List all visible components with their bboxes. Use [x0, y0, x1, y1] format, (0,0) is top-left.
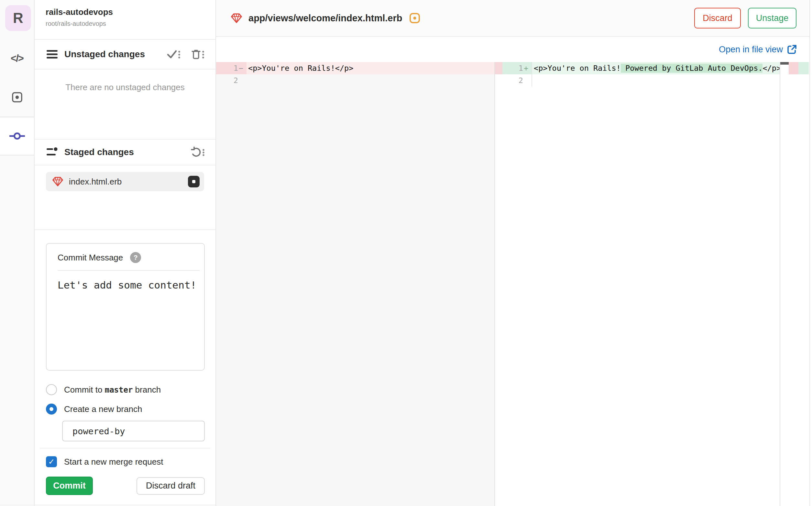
file-modified-icon: [409, 13, 420, 23]
line-gutter: 2: [502, 74, 532, 87]
discard-button[interactable]: Discard: [694, 8, 741, 28]
added-line-marker: [798, 62, 809, 74]
diff-file-path: app/views/welcome/index.html.erb: [249, 13, 402, 23]
diff-file-header: app/views/welcome/index.html.erb Discard…: [216, 0, 809, 37]
added-sign: +: [523, 62, 530, 74]
radio-off-icon[interactable]: [46, 384, 57, 395]
line-number: 2: [519, 74, 523, 87]
diff-context-line: 2: [216, 74, 494, 87]
unstaged-empty-message: There are no unstaged changes: [35, 70, 215, 139]
file-modified-badge: [188, 176, 200, 187]
commit-button[interactable]: Commit: [46, 477, 93, 495]
diff-removed-line: 1− <p>You're on Rails!</p>: [216, 62, 494, 74]
divider: [0, 505, 216, 505]
diff-original-pane[interactable]: 1− <p>You're on Rails!</p> 2: [216, 62, 494, 506]
inline-added-highlight: Powered by GitLab Auto DevOps.: [621, 64, 763, 73]
line-gutter: 1−: [216, 62, 247, 74]
staged-file-name: index.html.erb: [69, 177, 188, 187]
commit-message-label: Commit Message: [58, 253, 123, 263]
removed-sign: −: [238, 62, 245, 74]
staged-changes-header: Staged changes: [35, 139, 215, 165]
diff-editor: 1− <p>You're on Rails!</p> 2 1+ <p>You'r…: [216, 62, 809, 506]
radio-create-new-branch[interactable]: Create a new branch: [46, 403, 142, 415]
review-icon: [11, 91, 23, 103]
staged-file-row[interactable]: index.html.erb: [46, 172, 204, 191]
master-branch-name: master: [105, 386, 133, 395]
removed-code-text: <p>You're on Rails!</p>: [247, 62, 494, 74]
line-number: 2: [233, 74, 238, 87]
checkbox-checked-icon[interactable]: ✓: [46, 456, 57, 467]
merge-request-label: Start a new merge request: [64, 457, 163, 467]
discard-draft-button[interactable]: Discard draft: [137, 477, 205, 495]
sidebar-item-edit[interactable]: </>: [0, 49, 34, 69]
staged-list-icon: [46, 147, 58, 157]
editor-scrollbar[interactable]: [780, 62, 789, 506]
project-header: rails-autodevops root/rails-autodevops: [35, 0, 215, 40]
discard-all-icon[interactable]: [191, 49, 205, 60]
divider: [58, 270, 200, 271]
external-link-icon: [787, 44, 797, 55]
unstage-all-icon[interactable]: [190, 147, 205, 158]
modified-overview-ruler-additions: [798, 62, 809, 506]
activity-bar: R </>: [0, 0, 35, 506]
diff-view: app/views/welcome/index.html.erb Discard…: [216, 0, 809, 506]
line-number: 1: [233, 62, 238, 74]
project-path: root/rails-autodevops: [46, 20, 215, 27]
commit-message-card: Commit Message ? Let's add some content!: [46, 243, 205, 370]
divider: [40, 448, 210, 448]
radio-commit-to-master-label: Commit to master branch: [64, 385, 161, 395]
scrollbar-thumb[interactable]: [780, 62, 789, 65]
unstage-button[interactable]: Unstage: [748, 8, 797, 28]
line-number: 1: [519, 62, 523, 74]
diff-modified-pane[interactable]: 1+ <p>You're on Rails! Powered by GitLab…: [502, 62, 780, 506]
unstaged-changes-title: Unstaged changes: [64, 49, 166, 60]
radio-commit-to-master[interactable]: Commit to master branch: [46, 384, 161, 396]
open-in-file-view-link[interactable]: Open in file view: [719, 44, 797, 55]
radio-create-new-branch-label: Create a new branch: [64, 404, 142, 414]
stage-all-icon[interactable]: [166, 49, 181, 60]
merge-request-option[interactable]: ✓ Start a new merge request: [46, 455, 163, 468]
diff-context-line: 2: [502, 74, 780, 87]
branch-name-input[interactable]: [62, 421, 205, 441]
unstaged-changes-header: Unstaged changes: [35, 40, 215, 70]
code-icon: </>: [11, 53, 23, 64]
line-gutter: 1+: [502, 62, 532, 74]
sidebar-item-commit[interactable]: [0, 117, 34, 155]
removed-line-marker: [495, 62, 502, 74]
removed-line-marker: [789, 62, 798, 74]
diff-link-bar: Open in file view: [216, 37, 809, 62]
divider: [809, 0, 810, 506]
original-overview-ruler: [494, 62, 502, 506]
staged-changes-title: Staged changes: [64, 147, 190, 157]
ruby-file-icon: [52, 176, 64, 187]
sidebar-item-review[interactable]: [0, 87, 34, 107]
help-icon[interactable]: ?: [130, 252, 141, 263]
list-view-toggle-icon[interactable]: [46, 50, 58, 59]
project-avatar: R: [5, 5, 31, 31]
commit-panel: rails-autodevops root/rails-autodevops U…: [35, 0, 216, 506]
radio-on-icon[interactable]: [46, 404, 57, 415]
line-gutter: 2: [216, 74, 247, 87]
ruby-file-icon: [230, 12, 243, 24]
modified-overview-ruler-deletions: [789, 62, 798, 506]
staged-file-list: index.html.erb: [35, 165, 215, 230]
project-name: rails-autodevops: [46, 7, 215, 17]
added-code-text: <p>You're on Rails! Powered by GitLab Au…: [532, 62, 780, 74]
commit-message-text[interactable]: Let's add some content!: [58, 279, 204, 291]
commit-icon: [9, 131, 25, 141]
diff-added-line: 1+ <p>You're on Rails! Powered by GitLab…: [502, 62, 780, 74]
